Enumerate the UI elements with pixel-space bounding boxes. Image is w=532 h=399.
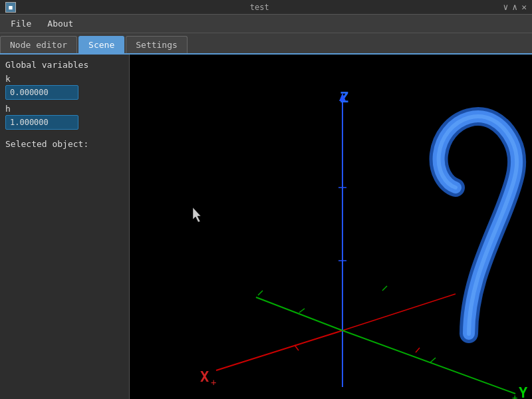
svg-line-5	[216, 331, 342, 370]
var-h-input[interactable]	[5, 115, 78, 130]
left-panel: Global variables k h Selected object:	[0, 55, 130, 399]
app-icon: ■	[5, 2, 16, 13]
tab-node-editor[interactable]: Node editor	[0, 36, 77, 53]
svg-line-12	[342, 331, 515, 394]
menu-file[interactable]: File	[3, 17, 39, 30]
svg-line-9	[342, 294, 456, 331]
tab-scene[interactable]: Scene	[78, 36, 124, 53]
svg-line-18	[258, 291, 263, 295]
menu-about[interactable]: About	[39, 17, 81, 30]
svg-text:X: X	[200, 368, 209, 385]
scene-svg: Z X + Y +	[130, 55, 532, 399]
svg-line-19	[382, 286, 387, 291]
svg-line-16	[256, 297, 342, 331]
svg-text:Y: Y	[519, 384, 528, 399]
tab-settings[interactable]: Settings	[126, 36, 188, 53]
var-k-input[interactable]	[5, 85, 78, 100]
menubar: File About	[0, 15, 532, 33]
main-content: Global variables k h Selected object: Z …	[0, 55, 532, 399]
tabbar: Node editor Scene Settings	[0, 33, 532, 55]
minimize-button[interactable]: ∨	[503, 2, 509, 12]
3d-viewport[interactable]: Z X + Y +	[130, 55, 532, 399]
selected-object-label: Selected object:	[5, 139, 124, 149]
global-variables-title: Global variables	[5, 60, 124, 70]
svg-text:+: +	[512, 392, 517, 399]
close-button[interactable]: ✕	[521, 2, 527, 12]
window-controls[interactable]: ∨ ∧ ✕	[503, 2, 527, 12]
svg-text:+: +	[211, 377, 216, 388]
svg-line-17	[299, 309, 305, 313]
var-k-label: k	[5, 74, 124, 84]
titlebar: ■ test ∨ ∧ ✕	[0, 0, 532, 15]
svg-line-10	[416, 348, 420, 352]
svg-line-13	[430, 358, 436, 362]
svg-marker-20	[193, 207, 201, 222]
svg-line-6	[295, 345, 299, 350]
var-h-label: h	[5, 104, 124, 114]
window-title: test	[16, 3, 503, 12]
maximize-button[interactable]: ∧	[512, 2, 517, 12]
